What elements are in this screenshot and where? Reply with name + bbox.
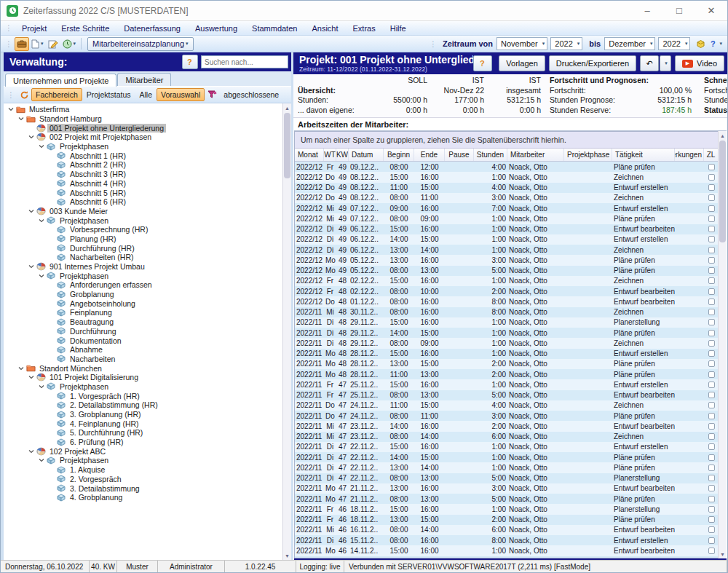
zl-checkbox[interactable]: [708, 360, 715, 367]
tree-expander[interactable]: [27, 374, 36, 380]
zl-checkbox[interactable]: [708, 277, 715, 284]
column-header-zl[interactable]: ZL: [704, 149, 718, 161]
drucken-exportieren-button[interactable]: Drucken/Exportieren: [549, 55, 636, 71]
filter-abgeschlossene[interactable]: abgeschlossene: [219, 88, 283, 101]
tree-item[interactable]: Nacharbeiten: [7, 355, 282, 364]
zl-checkbox[interactable]: [708, 454, 715, 461]
table-row[interactable]: 2022/12Do4908.12.2..15:0016:001:00Noack,…: [295, 172, 718, 182]
table-row[interactable]: 2022/11Di4829.11.2..14:0015:001:00Noack,…: [295, 328, 718, 338]
table-row[interactable]: 2022/12Fr4802.12.2..15:0016:001:00Noack,…: [295, 276, 718, 286]
tree-item[interactable]: Abschnitt 1 (HR): [7, 151, 282, 160]
table-row[interactable]: 2022/11Di4829.11.2..15:0016:001:00Noack,…: [295, 317, 718, 328]
tree-scrollbar[interactable]: ▲▼: [282, 103, 291, 560]
column-header-bemerkungen[interactable]: Bemerkungen: [675, 149, 704, 161]
tree-expander[interactable]: [17, 116, 25, 122]
zl-checkbox[interactable]: [708, 371, 715, 378]
menu-erste-schritte[interactable]: Erste Schritte: [54, 23, 116, 34]
table-row[interactable]: 2022/11Do4724.11.2..08:0011:003:00Noack,…: [295, 411, 718, 421]
zl-checkbox[interactable]: [708, 299, 715, 305]
table-row[interactable]: 2022/11Fr4618.11.2..15:0016:001:00Noack,…: [295, 504, 718, 514]
table-row[interactable]: 2022/11Mo4828.11.2..11:0013:002:00Noack,…: [295, 369, 718, 379]
menu-stammdaten[interactable]: Stammdaten: [245, 23, 304, 34]
tree-item[interactable]: Feinplanung: [7, 308, 282, 317]
tree-item[interactable]: 4. Feinplanung (HR): [7, 419, 282, 428]
zl-checkbox[interactable]: [708, 433, 715, 440]
zl-checkbox[interactable]: [708, 506, 715, 513]
clock-button[interactable]: ▾: [60, 37, 79, 51]
tree-item[interactable]: 003 Kunde Meier: [7, 207, 282, 216]
menu-projekt[interactable]: Projekt: [15, 23, 54, 34]
zl-checkbox[interactable]: [708, 443, 715, 450]
tree-item[interactable]: Durchführung: [7, 327, 282, 336]
zl-checkbox[interactable]: [708, 319, 715, 325]
column-header-stunden[interactable]: Stunden: [474, 149, 507, 161]
tree-item[interactable]: Abschnitt 4 (HR): [7, 179, 282, 189]
zl-checkbox[interactable]: [708, 288, 715, 295]
column-header-monat[interactable]: Monat: [295, 149, 324, 161]
table-row[interactable]: 2022/11Fr4725.11.2..15:0016:001:00Noack,…: [295, 379, 718, 390]
table-row[interactable]: 2022/12Fr4802.12.2..08:0010:002:00Noack,…: [295, 286, 718, 296]
zl-checkbox[interactable]: [708, 236, 715, 242]
tree-item[interactable]: Projektphasen: [7, 216, 282, 225]
zl-checkbox[interactable]: [708, 465, 715, 471]
tree-item[interactable]: Angebotseinholung: [7, 299, 282, 308]
table-row[interactable]: 2022/11Di4722.11.2..08:0013:005:00Noack,…: [295, 473, 718, 483]
filter-vorauswahl[interactable]: Vorauswahl: [157, 88, 205, 101]
tree-expander[interactable]: [27, 264, 36, 269]
menu-datenerfassung[interactable]: Datenerfassung: [116, 23, 188, 34]
to-month-select[interactable]: Dezember▾: [604, 37, 655, 50]
table-row[interactable]: 2022/11Di4722.11.2..15:0016:001:00Noack,…: [295, 442, 718, 452]
tree-item[interactable]: Nacharbeiten (HR): [7, 253, 282, 262]
view-selector-dropdown[interactable]: Mitarbeitereinsatzplanung ▾: [87, 37, 193, 51]
edit-button[interactable]: [46, 37, 60, 51]
tree-item[interactable]: 3. Detailabstimmung: [7, 483, 282, 493]
table-row[interactable]: 2022/11Mo4828.11.2..13:0015:002:00Noack,…: [295, 359, 718, 369]
verwaltung-help-button[interactable]: ?: [182, 55, 198, 69]
undo-dropdown-button[interactable]: ▾: [660, 55, 671, 71]
table-row[interactable]: 2022/11Di4615.11.2..08:0016:008:00Noack,…: [295, 535, 718, 545]
table-row[interactable]: 2022/11Fr4725.11.2..08:0013:005:00Noack,…: [295, 390, 718, 400]
zl-checkbox[interactable]: [708, 496, 715, 502]
table-row[interactable]: 2022/11Mo4721.11.2..13:0016:003:00Noack,…: [295, 483, 718, 494]
zl-checkbox[interactable]: [708, 174, 715, 181]
search-input[interactable]: [201, 55, 288, 68]
zl-checkbox[interactable]: [708, 382, 715, 388]
tree-item[interactable]: Projektphasen: [7, 142, 282, 151]
zl-checkbox[interactable]: [708, 350, 715, 357]
table-row[interactable]: 2022/11Fr4618.11.2..13:0015:002:00Noack,…: [295, 515, 718, 525]
column-header-pause[interactable]: Pause: [445, 149, 474, 161]
menu-ansicht[interactable]: Ansicht: [304, 23, 345, 34]
table-row[interactable]: 2022/12Do4908.12.2..08:0011:003:00Noack,…: [295, 193, 718, 203]
to-year-select[interactable]: 2022▾: [658, 37, 690, 50]
menu-hilfe[interactable]: Hilfe: [383, 23, 414, 34]
close-button[interactable]: ✕: [695, 1, 727, 20]
tree-item[interactable]: Standort München: [7, 363, 282, 373]
table-row[interactable]: 2022/11Mo4614.11.2..15:0016:001:00Noack,…: [295, 545, 718, 556]
tree-expander[interactable]: [37, 273, 46, 279]
help-dropdown-button[interactable]: ? ▾: [708, 37, 724, 51]
menu-extras[interactable]: Extras: [346, 23, 383, 34]
zl-checkbox[interactable]: [708, 413, 715, 419]
tree-item[interactable]: Vorbesprechnung (HR): [7, 225, 282, 234]
tree-item[interactable]: Projektphasen: [7, 271, 282, 280]
column-header-projektphase[interactable]: Projektphase: [564, 149, 612, 161]
tree-item[interactable]: 001 Projekt ohne Untergliederung: [7, 123, 282, 133]
from-year-select[interactable]: 2022▾: [550, 37, 582, 50]
tree-expander[interactable]: [37, 457, 46, 463]
tree-expander[interactable]: [27, 208, 36, 214]
tree-item[interactable]: 002 Projekt mit Projektphasen: [7, 133, 282, 142]
table-row[interactable]: 2022/11Di4722.11.2..13:0014:001:00Noack,…: [295, 462, 718, 473]
tree-item[interactable]: 6. Prüfung (HR): [7, 438, 282, 447]
tree-item[interactable]: 102 Projekt ABC: [7, 446, 282, 456]
refresh-button[interactable]: [17, 88, 31, 102]
tree-item[interactable]: Abnahme: [7, 345, 282, 355]
undo-button[interactable]: ↶: [640, 55, 659, 71]
table-row[interactable]: 2022/12Do4908.12.2..11:0015:004:00Noack,…: [295, 183, 718, 193]
table-row[interactable]: 2022/12Di4906.12.2..14:0015:001:00Noack,…: [295, 234, 718, 245]
column-header-t-tigkeit[interactable]: Tätigkeit: [612, 149, 675, 161]
tree-item[interactable]: 2. Detailabstimmung (HR): [7, 400, 282, 410]
minimize-button[interactable]: –: [631, 1, 663, 20]
zl-checkbox[interactable]: [708, 184, 715, 191]
zl-checkbox[interactable]: [708, 194, 715, 201]
table-row[interactable]: 2022/12Mi4907.12.2..09:0016:007:00Noack,…: [295, 203, 718, 213]
